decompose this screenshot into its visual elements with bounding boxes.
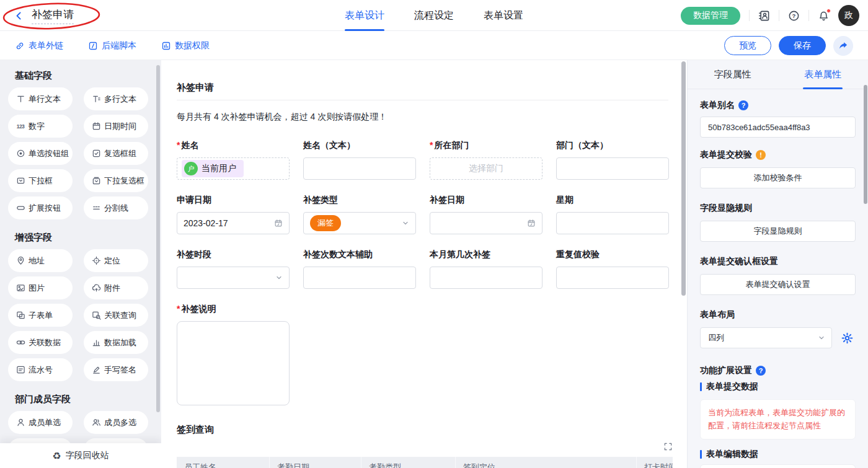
text-input[interactable] bbox=[556, 267, 669, 289]
text-input[interactable] bbox=[303, 267, 416, 289]
backend-script-button[interactable]: 后端脚本 bbox=[88, 40, 136, 51]
text-input[interactable] bbox=[430, 267, 542, 289]
data-manage-button[interactable]: 数据管理 bbox=[681, 7, 740, 25]
person-icon bbox=[16, 418, 25, 428]
field-item-serial-number[interactable]: 流水号 bbox=[8, 358, 73, 381]
field-item-subform[interactable]: 子表单 bbox=[8, 304, 73, 327]
field-item-checkbox-group[interactable]: 复选框组 bbox=[84, 142, 148, 165]
current-user-widget[interactable]: 户 当前用户 bbox=[177, 157, 290, 180]
field-item-attachment[interactable]: 附件 bbox=[84, 276, 148, 299]
field-department-text[interactable]: 部门（文本） bbox=[556, 140, 669, 180]
field-item-signature[interactable]: 手写签名 bbox=[84, 358, 148, 381]
field-item-datetime[interactable]: 日期时间 bbox=[84, 115, 148, 138]
field-name[interactable]: 姓名 户 当前用户 bbox=[177, 140, 290, 180]
link-icon bbox=[15, 41, 25, 51]
visibility-rules-label: 字段显隐规则 bbox=[700, 202, 856, 214]
warning-badge-icon[interactable] bbox=[756, 150, 766, 160]
share-button[interactable] bbox=[833, 36, 853, 56]
field-item-number[interactable]: 123 数字 bbox=[8, 115, 73, 138]
field-item-extend-button[interactable]: 扩展按钮 bbox=[8, 196, 73, 219]
date-input[interactable] bbox=[430, 212, 542, 234]
recycle-icon: ♻ bbox=[52, 450, 61, 462]
back-icon[interactable] bbox=[14, 11, 24, 21]
field-label: 重复值校验 bbox=[556, 249, 669, 262]
field-item-linked-data[interactable]: 关联数据 bbox=[8, 331, 73, 354]
help-badge-icon[interactable] bbox=[756, 366, 766, 376]
date-input[interactable]: 2023-02-17 bbox=[177, 212, 290, 234]
note-textarea[interactable] bbox=[177, 321, 290, 405]
field-item-address[interactable]: 地址 bbox=[8, 249, 73, 272]
canvas-scrollbar-thumb[interactable] bbox=[681, 61, 686, 296]
tab-workflow-setting[interactable]: 流程设定 bbox=[414, 0, 454, 31]
text-input[interactable] bbox=[556, 157, 669, 180]
layout-select[interactable]: 四列 bbox=[700, 327, 832, 348]
field-item-divider-line[interactable]: 分割线 bbox=[84, 196, 148, 219]
field-item-radio-group[interactable]: 单选按钮组 bbox=[8, 142, 73, 165]
field-resign-type[interactable]: 补签类型 漏签 bbox=[303, 195, 416, 234]
data-permission-button[interactable]: 数据权限 bbox=[161, 40, 210, 51]
user-avatar-icon: 户 bbox=[184, 162, 198, 175]
canvas-form-description[interactable]: 每月共有 4 次补签申请机会，超过 4 次则按请假处理！ bbox=[177, 112, 668, 123]
edit-data-box[interactable] bbox=[700, 464, 856, 468]
user-avatar[interactable]: 政 bbox=[838, 5, 859, 26]
checkin-query-table[interactable]: 员工姓名 考勤日期 考勤类型 签到定位 打卡时间 bbox=[177, 457, 673, 468]
properties-panel: 字段属性 表单属性 表单别名 50b783ce61adc55eaa4ff8a3 … bbox=[687, 60, 868, 468]
field-resign-note[interactable]: 补签说明 bbox=[177, 304, 668, 405]
field-count-helper[interactable]: 补签次数文本辅助 bbox=[303, 249, 416, 289]
subtable-title[interactable]: 签到查询 bbox=[177, 424, 668, 436]
submit-confirm-label: 表单提交确认框设置 bbox=[700, 255, 856, 268]
field-item-multi-dropdown[interactable]: 下拉复选框 bbox=[84, 169, 148, 192]
field-weekday[interactable]: 星期 bbox=[556, 195, 669, 234]
field-item-member-multi[interactable]: 成员多选 bbox=[84, 411, 148, 434]
preview-button[interactable]: 预览 bbox=[724, 36, 771, 55]
field-department[interactable]: 所在部门 选择部门 bbox=[430, 140, 542, 180]
tab-form-setting[interactable]: 表单设置 bbox=[484, 0, 523, 31]
tab-form-properties[interactable]: 表单属性 bbox=[778, 60, 868, 89]
field-item-dropdown[interactable]: 下拉框 bbox=[8, 169, 73, 192]
notification-bell-icon[interactable] bbox=[818, 10, 830, 22]
layout-gear-icon[interactable] bbox=[838, 329, 856, 347]
field-item-image[interactable]: 图片 bbox=[8, 276, 73, 299]
field-item-data-load[interactable]: 数据加载 bbox=[84, 331, 148, 354]
field-resign-period[interactable]: 补签时段 bbox=[177, 249, 290, 289]
field-recycle-bin[interactable]: ♻ 字段回收站 bbox=[0, 443, 161, 468]
sidebar-scrollbar-thumb[interactable] bbox=[156, 65, 160, 412]
bar-chart-icon bbox=[91, 338, 101, 348]
field-label: 星期 bbox=[556, 195, 669, 207]
tab-form-design[interactable]: 表单设计 bbox=[345, 0, 384, 31]
expand-icon[interactable] bbox=[663, 442, 673, 451]
field-label: 补签说明 bbox=[177, 304, 668, 316]
field-item-single-line-text[interactable]: 单行文本 bbox=[8, 87, 73, 110]
page-title[interactable]: 补签申请 bbox=[32, 7, 74, 24]
enhanced-fields-grid: 地址 定位 图片 附件 子表单 bbox=[8, 249, 161, 381]
field-apply-date[interactable]: 申请日期 2023-02-17 bbox=[177, 195, 290, 234]
add-check-condition-button[interactable]: 添加校验条件 bbox=[700, 167, 856, 188]
form-alias-input[interactable]: 50b783ce61adc55eaa4ff8a3 bbox=[700, 117, 856, 138]
external-link-button[interactable]: 表单外链 bbox=[15, 40, 63, 51]
text-input[interactable] bbox=[303, 157, 416, 180]
help-badge-icon[interactable] bbox=[738, 100, 748, 110]
save-button[interactable]: 保存 bbox=[779, 36, 826, 55]
table-header-cell: 签到定位 bbox=[456, 457, 637, 468]
help-icon[interactable]: ? bbox=[788, 10, 800, 22]
contacts-icon[interactable] bbox=[758, 10, 770, 22]
type-tag: 漏签 bbox=[310, 215, 341, 231]
field-item-location[interactable]: 定位 bbox=[84, 249, 148, 272]
tab-field-properties[interactable]: 字段属性 bbox=[688, 60, 778, 89]
field-name-text[interactable]: 姓名（文本） bbox=[303, 140, 416, 180]
department-picker[interactable]: 选择部门 bbox=[430, 157, 542, 180]
period-select[interactable] bbox=[177, 267, 290, 289]
field-resign-date[interactable]: 补签日期 bbox=[430, 195, 542, 234]
field-item-multi-line-text[interactable]: 多行文本 bbox=[84, 87, 148, 110]
visibility-rules-button[interactable]: 字段显隐规则 bbox=[700, 221, 856, 242]
panel-scrollbar-thumb[interactable] bbox=[864, 85, 867, 204]
field-item-member-single[interactable]: 成员单选 bbox=[8, 411, 73, 434]
field-duplicate-check[interactable]: 重复值校验 bbox=[556, 249, 669, 289]
canvas-form-title[interactable]: 补签申请 bbox=[177, 82, 668, 100]
text-input[interactable] bbox=[556, 212, 669, 234]
field-item-linked-query[interactable]: 关联查询 bbox=[84, 304, 148, 327]
submit-confirm-button[interactable]: 表单提交确认设置 bbox=[700, 274, 856, 295]
type-select[interactable]: 漏签 bbox=[303, 212, 416, 234]
field-month-count[interactable]: 本月第几次补签 bbox=[430, 249, 542, 289]
calendar-icon bbox=[527, 219, 536, 227]
